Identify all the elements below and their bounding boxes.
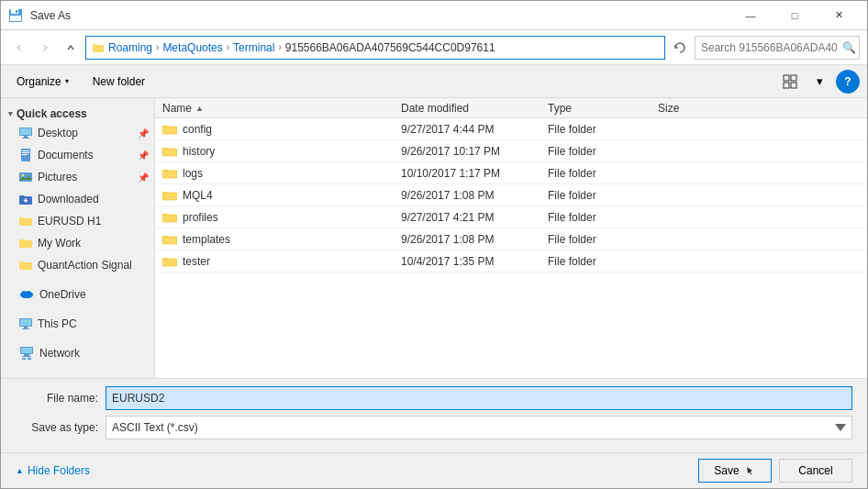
svg-rect-33 [162, 127, 177, 134]
filename-input[interactable] [106, 386, 852, 410]
file-rows-container: config 9/27/2017 4:44 PM File folder his… [155, 118, 867, 272]
sidebar-item-thispc[interactable]: This PC [1, 313, 154, 335]
change-view-button[interactable] [777, 70, 803, 94]
dialog-title: Save As [30, 9, 71, 22]
pictures-icon [19, 172, 32, 183]
breadcrumb-roaming[interactable]: Roaming [108, 41, 152, 54]
file-type-cell: File folder [540, 145, 651, 158]
breadcrumb-terminal[interactable]: Terminal [233, 41, 274, 54]
save-button[interactable]: Save [698, 459, 772, 483]
onedrive-icon [19, 290, 34, 300]
new-folder-button[interactable]: New folder [84, 70, 153, 94]
thispc-icon [19, 317, 32, 330]
file-list: Name ▲ Date modified Type Size [155, 98, 867, 378]
table-row[interactable]: config 9/27/2017 4:44 PM File folder [155, 118, 867, 140]
svg-rect-29 [24, 354, 29, 356]
column-date: Date modified [394, 102, 540, 115]
filename-row: File name: [16, 386, 852, 410]
sidebar-item-pictures[interactable]: Pictures 📌 [1, 166, 154, 188]
file-name-cell: config [155, 123, 394, 136]
organize-button[interactable]: Organize ▾ [8, 70, 77, 94]
column-name[interactable]: Name ▲ [155, 98, 394, 117]
documents-icon [19, 149, 32, 161]
forward-button[interactable] [34, 37, 56, 59]
folder-icon [162, 189, 177, 201]
close-button[interactable]: ✕ [818, 1, 860, 30]
minimize-button[interactable]: — [729, 1, 772, 30]
file-name-cell: MQL4 [155, 189, 394, 202]
saveastype-select[interactable]: ASCII Text (*.csv) CSV (*.csv) Text (*.t… [106, 416, 852, 439]
help-button[interactable]: ? [836, 70, 860, 94]
file-name-cell: profiles [155, 211, 394, 224]
breadcrumb-metaquotes[interactable]: MetaQuotes [162, 41, 222, 54]
eurusd-folder-icon [19, 216, 32, 227]
sidebar-item-quantaction[interactable]: QuantAction Signal [1, 254, 154, 276]
svg-rect-31 [22, 358, 26, 360]
file-name-cell: templates [155, 233, 394, 246]
table-row[interactable]: history 9/26/2017 10:17 PM File folder [155, 140, 867, 162]
file-type-cell: File folder [540, 233, 651, 246]
breadcrumb[interactable]: Roaming › MetaQuotes › Terminal › 915566… [85, 36, 665, 60]
cancel-button[interactable]: Cancel [779, 459, 852, 483]
file-type-cell: File folder [540, 123, 651, 136]
quick-access-header[interactable]: ▾ Quick access [1, 102, 154, 122]
sidebar-item-documents[interactable]: Documents 📌 [1, 144, 154, 166]
title-bar: Save As — □ ✕ [1, 1, 867, 30]
sidebar-item-network[interactable]: Network [1, 342, 154, 364]
svg-rect-28 [21, 348, 32, 353]
folder-breadcrumb-icon [92, 41, 105, 54]
folder-icon [162, 167, 177, 179]
maximize-button[interactable]: □ [773, 1, 816, 30]
table-row[interactable]: tester 10/4/2017 1:35 PM File folder [155, 250, 867, 272]
breadcrumb-current: 915566BA06ADA407569C544CC0D97611 [285, 41, 495, 54]
hide-folders-bar[interactable]: ▲ Hide Folders [16, 464, 691, 477]
svg-rect-39 [162, 193, 177, 200]
search-input[interactable] [695, 36, 860, 60]
hide-folders-label[interactable]: Hide Folders [28, 464, 90, 477]
back-button[interactable] [8, 37, 30, 59]
folder-icon [162, 145, 177, 157]
up-button[interactable] [60, 37, 82, 59]
file-name-cell: tester [155, 255, 394, 268]
network-icon [19, 347, 34, 360]
sidebar-item-desktop[interactable]: Desktop 📌 [1, 122, 154, 144]
svg-rect-45 [162, 259, 177, 266]
svg-rect-8 [791, 83, 796, 88]
sidebar-item-mywork[interactable]: My Work [1, 232, 154, 254]
action-bar: ▲ Hide Folders Save Cancel [1, 452, 867, 488]
search-button[interactable]: 🔍 [842, 41, 856, 54]
pin-icon-documents: 📌 [138, 150, 149, 161]
file-name-cell: history [155, 145, 394, 158]
saveastype-row: Save as type: ASCII Text (*.csv) CSV (*.… [16, 416, 852, 439]
refresh-button[interactable] [669, 37, 691, 59]
file-type-cell: File folder [540, 167, 651, 180]
download-folder-icon [19, 193, 32, 206]
pin-icon-desktop: 📌 [138, 128, 149, 139]
table-row[interactable]: MQL4 9/26/2017 1:08 PM File folder [155, 184, 867, 206]
file-type-cell: File folder [540, 255, 651, 268]
sidebar-item-eurusd-h1[interactable]: EURUSD H1 [1, 210, 154, 232]
file-date-cell: 9/27/2017 4:44 PM [394, 123, 540, 136]
svg-rect-30 [22, 356, 31, 357]
chevron-up-icon: ▲ [16, 466, 24, 475]
pin-icon-pictures: 📌 [138, 172, 149, 183]
file-date-cell: 9/27/2017 4:21 PM [394, 211, 540, 224]
svg-rect-12 [22, 138, 29, 139]
table-row[interactable]: logs 10/10/2017 1:17 PM File folder [155, 162, 867, 184]
view-options-chevron[interactable]: ▾ [807, 70, 832, 94]
sidebar-item-downloaded[interactable]: Downloaded [1, 188, 154, 210]
svg-rect-24 [20, 319, 31, 326]
file-date-cell: 10/10/2017 1:17 PM [394, 167, 540, 180]
svg-rect-17 [19, 172, 32, 182]
table-row[interactable]: templates 9/26/2017 1:08 PM File folder [155, 228, 867, 250]
bottom-section: File name: Save as type: ASCII Text (*.c… [1, 378, 867, 452]
file-name-cell: logs [155, 167, 394, 180]
file-date-cell: 9/26/2017 1:08 PM [394, 233, 540, 246]
filename-label: File name: [16, 392, 98, 405]
saveastype-label: Save as type: [16, 421, 98, 434]
sidebar-item-onedrive[interactable]: OneDrive [1, 283, 154, 306]
svg-rect-43 [162, 237, 177, 244]
toolbar: Organize ▾ New folder ▾ ? [1, 65, 867, 98]
svg-point-18 [22, 174, 25, 177]
table-row[interactable]: profiles 9/27/2017 4:21 PM File folder [155, 206, 867, 228]
